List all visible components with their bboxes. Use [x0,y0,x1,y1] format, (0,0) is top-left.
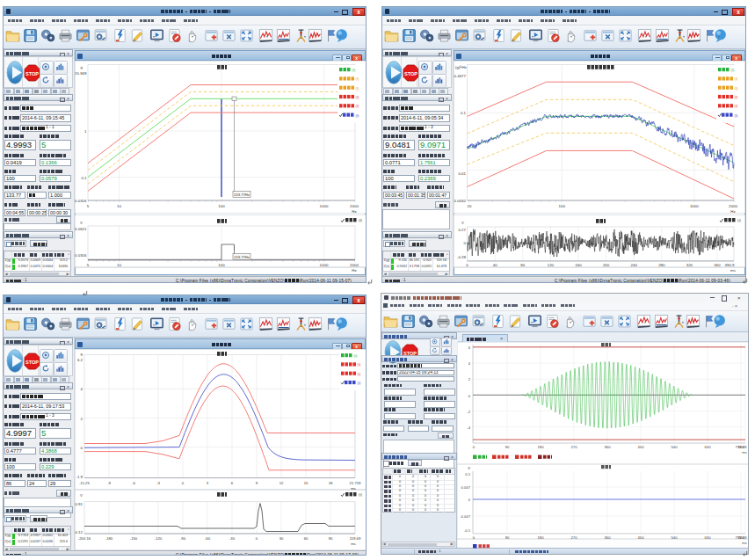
svg-text:0.0032: 0.0032 [454,199,467,203]
svg-text:-9: -9 [107,481,111,485]
svg-text:V: V [461,221,464,225]
svg-text:15.949: 15.949 [75,71,87,76]
svg-text:0.01: 0.01 [458,171,466,176]
svg-text:(g)²/Hz: (g)²/Hz [455,65,467,69]
svg-text:10: 10 [117,263,121,267]
svg-text:240: 240 [631,263,638,267]
svg-text:0.1: 0.1 [461,111,467,115]
svg-text:1000: 1000 [320,204,329,208]
svg-text:(f): (f) [735,95,738,99]
svg-text:100: 100 [559,204,566,208]
svg-text:180: 180 [538,535,545,540]
svg-text:758.69: 758.69 [736,445,747,449]
svg-text:(f): (f) [356,113,359,118]
svg-text:2000: 2000 [729,204,737,208]
svg-text:V: V [80,221,83,225]
svg-text:(f): (f) [356,95,359,99]
svg-text:0.91: 0.91 [75,502,83,506]
svg-text:Hz: Hz [730,209,735,214]
svg-text:540: 540 [672,535,679,540]
svg-text:21.719: 21.719 [350,481,361,485]
svg-text:0.0316: 0.0316 [75,253,87,258]
svg-text:280: 280 [658,263,665,267]
svg-text:80: 80 [520,263,525,267]
svg-text:(t): (t) [737,218,741,222]
svg-text:120: 120 [548,263,555,267]
svg-text:(f): (f) [731,68,735,72]
svg-text:200: 200 [603,263,610,267]
svg-text:758.69: 758.69 [736,535,747,540]
svg-text:15: 15 [304,481,309,485]
svg-text:30: 30 [279,536,284,541]
svg-text:270: 270 [571,445,578,449]
svg-text:ms: ms [351,542,356,546]
svg-text:360: 360 [605,445,612,449]
svg-text:-0.047: -0.047 [460,514,471,519]
svg-text:-6: -6 [132,481,135,485]
svg-text:360: 360 [714,263,721,267]
svg-text:ms: ms [742,450,747,455]
svg-text:1000: 1000 [690,204,699,208]
svg-text:0.0621: 0.0621 [75,227,87,231]
svg-text:ms: ms [742,541,747,545]
svg-text:(f): (f) [356,76,359,81]
svg-text:-150: -150 [130,536,138,541]
svg-text:390.9: 390.9 [725,263,736,267]
svg-text:-120: -120 [155,536,163,541]
svg-text:160: 160 [575,263,582,267]
svg-text:0.0316: 0.0316 [75,199,87,203]
svg-text:0.4677: 0.4677 [454,74,467,78]
svg-text:6.2: 6.2 [77,358,83,362]
svg-text:-1.9: -1.9 [76,475,83,479]
svg-text:540: 540 [672,445,679,449]
svg-text:0.1: 0.1 [465,472,470,476]
svg-text:-3: -3 [156,481,160,485]
svg-text:(t): (t) [358,372,361,376]
svg-text:-90: -90 [180,536,186,541]
svg-text:-0.12: -0.12 [75,530,83,535]
svg-text:0.047: 0.047 [461,485,471,490]
svg-text:630: 630 [705,445,712,449]
svg-text:(f): (f) [356,86,359,91]
svg-text:(t): (t) [358,362,361,367]
svg-text:(t): (t) [359,492,362,497]
svg-text:ms: ms [730,268,737,273]
svg-text:133.77Hz: 133.77Hz [234,255,250,259]
svg-text:(f): (f) [735,104,738,108]
svg-text:360: 360 [605,535,612,540]
svg-text:STOP: STOP [25,71,38,76]
svg-text:-60: -60 [205,536,211,541]
svg-text:2000: 2000 [350,263,359,267]
svg-text:-180: -180 [105,536,113,541]
svg-text:119.69: 119.69 [350,536,361,541]
svg-text:100: 100 [218,263,225,267]
svg-text:(f): (f) [359,218,362,222]
svg-text:V: V [80,493,83,498]
svg-text:100: 100 [218,204,225,208]
svg-text:20: 20 [467,204,471,208]
svg-text:1000: 1000 [320,263,329,267]
svg-text:90: 90 [329,536,333,541]
svg-text:133.77Hz: 133.77Hz [234,193,250,197]
svg-text:450: 450 [638,535,645,540]
svg-text:-30: -30 [229,536,236,541]
svg-text:90: 90 [505,535,510,540]
svg-text:Hz: Hz [352,268,356,273]
svg-text:450: 450 [638,445,645,449]
svg-text:STOP: STOP [25,360,38,365]
svg-text:-0.1: -0.1 [464,528,471,533]
svg-text:60: 60 [304,536,309,541]
svg-text:40: 40 [493,263,497,267]
svg-text:0.1: 0.1 [81,176,87,180]
svg-text:(f): (f) [735,76,738,81]
svg-text:-200.16: -200.16 [78,536,91,541]
svg-text:(f): (f) [735,86,738,91]
svg-text:10: 10 [117,204,121,208]
svg-text:STOP: STOP [403,71,417,76]
svg-text:(f): (f) [356,104,359,108]
svg-text:630: 630 [705,535,712,540]
svg-text:V: V [468,466,470,470]
svg-text:12: 12 [279,481,284,485]
svg-text:Hz: Hz [352,209,356,214]
svg-text:180: 180 [538,445,545,449]
